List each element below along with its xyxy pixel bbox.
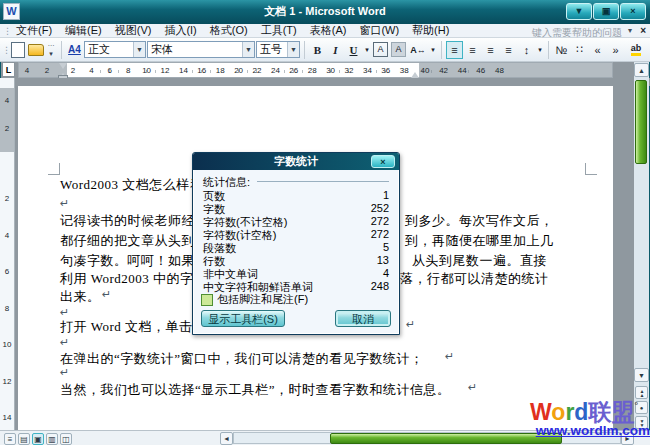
- menu-help[interactable]: 帮助(H): [412, 23, 449, 38]
- scroll-down-icon[interactable]: ▼: [634, 368, 649, 382]
- new-document-button[interactable]: [9, 41, 26, 59]
- title-bar: W 文档 1 - Microsoft Word ▼ ▣ ×: [0, 0, 650, 24]
- vertical-scroll-thumb[interactable]: [635, 80, 647, 164]
- document-text: Word2003 文档怎么样看: [60, 176, 203, 194]
- menu-format[interactable]: 格式(O): [210, 23, 248, 38]
- chevron-down-icon[interactable]: ▼: [133, 42, 145, 57]
- paragraph-mark: ↵: [445, 350, 455, 363]
- previous-page-icon[interactable]: ▲▲: [635, 386, 648, 399]
- distribute-button[interactable]: ≡: [500, 41, 517, 59]
- separator: [304, 41, 305, 59]
- cancel-button[interactable]: 取消: [335, 310, 391, 327]
- menubar-close-icon[interactable]: ×: [640, 25, 646, 36]
- stat-label: 行数: [203, 254, 225, 267]
- separator: [548, 41, 549, 59]
- section-divider: [257, 181, 389, 182]
- menu-edit[interactable]: 编辑(E): [65, 23, 102, 38]
- font-combo[interactable]: 宋体▼: [147, 41, 255, 58]
- font-size-combo[interactable]: 五号▼: [256, 41, 300, 58]
- workspace-gap: [15, 78, 650, 86]
- toolbar-grip-icon: ⋮: [2, 45, 8, 55]
- watermark-char: d: [574, 399, 588, 425]
- ruler-number: 24: [271, 66, 280, 75]
- stat-row: 非中文单词4: [203, 267, 389, 280]
- normal-view-button[interactable]: ≡: [4, 433, 16, 445]
- web-layout-view-button[interactable]: ▤: [18, 433, 30, 445]
- line-spacing-dropdown-icon[interactable]: ▾: [536, 41, 544, 59]
- new-document-icon: [11, 42, 25, 58]
- stat-value: 272: [371, 228, 389, 241]
- scaling-dropdown-icon[interactable]: ▾: [429, 41, 437, 59]
- chevron-down-icon[interactable]: ▼: [287, 42, 299, 57]
- toolbar-options-button[interactable]: ⋯▾: [45, 41, 57, 59]
- font-value: 宋体: [148, 42, 242, 57]
- align-left-button[interactable]: ≡: [446, 41, 463, 59]
- scroll-up-icon[interactable]: ▲: [634, 63, 649, 77]
- styles-icon: A4: [68, 44, 81, 55]
- minimize-button[interactable]: ▼: [566, 3, 592, 20]
- ruler-number: 22: [253, 66, 262, 75]
- paragraph-mark: ↵: [60, 366, 70, 379]
- outline-view-button[interactable]: ▥: [46, 433, 58, 445]
- right-indent-marker[interactable]: [411, 68, 419, 78]
- stat-row: 段落数5: [203, 241, 389, 254]
- stat-value: 4: [383, 267, 389, 280]
- align-right-button[interactable]: ≡: [482, 41, 499, 59]
- underline-dropdown-icon[interactable]: ▾: [363, 41, 371, 59]
- ruler-number: 46: [476, 66, 485, 75]
- bullets-button[interactable]: ∷: [571, 41, 588, 59]
- chevron-down-icon[interactable]: ▼: [242, 42, 254, 57]
- stat-value: 13: [377, 254, 389, 267]
- include-footnotes-checkbox[interactable]: [201, 294, 213, 306]
- highlight-button[interactable]: ab: [625, 41, 647, 59]
- menu-tools[interactable]: 工具(T): [261, 23, 297, 38]
- decrease-indent-button[interactable]: «: [589, 41, 606, 59]
- open-button[interactable]: [27, 41, 44, 59]
- include-footnotes-row[interactable]: 包括脚注和尾注(F): [201, 292, 308, 307]
- scroll-left-icon[interactable]: ◄: [220, 432, 233, 445]
- vertical-scrollbar[interactable]: ▲ ▼ ▲▲ ● ▼▼: [634, 62, 649, 430]
- watermark-char: o: [551, 399, 565, 425]
- stat-value: 1: [383, 189, 389, 202]
- menu-insert[interactable]: 插入(I): [164, 23, 196, 38]
- numbering-button[interactable]: №: [553, 41, 570, 59]
- ruler-number: 42: [439, 66, 448, 75]
- separator: [61, 41, 62, 59]
- ruler-number: 38: [400, 66, 409, 75]
- ruler-number: 40: [421, 66, 430, 75]
- watermark-char: r: [565, 399, 574, 425]
- styles-formatting-button[interactable]: A4: [66, 41, 83, 59]
- ruler-number: 10: [0, 340, 14, 349]
- menu-window[interactable]: 窗口(W): [359, 23, 399, 38]
- dialog-title[interactable]: 字数统计: [193, 153, 399, 170]
- character-shading-button[interactable]: A: [390, 41, 407, 59]
- menu-view[interactable]: 视图(V): [115, 23, 152, 38]
- underline-button[interactable]: U: [345, 41, 362, 59]
- reading-view-button[interactable]: ◫: [60, 433, 72, 445]
- line-spacing-button[interactable]: ↕: [518, 41, 535, 59]
- restore-button[interactable]: ▣: [593, 3, 619, 20]
- help-dropdown-icon[interactable]: ▾: [628, 26, 632, 35]
- menu-file[interactable]: 文件(F): [16, 23, 52, 38]
- bold-button[interactable]: B: [309, 41, 326, 59]
- italic-button[interactable]: I: [327, 41, 344, 59]
- document-text: 落，行都可以清楚的统计: [400, 270, 549, 288]
- ruler-number: 34: [363, 66, 372, 75]
- character-scaling-button[interactable]: A↔: [408, 41, 428, 59]
- watermark-char: 联盟: [588, 399, 634, 425]
- show-toolbar-button[interactable]: 显示工具栏(S): [201, 310, 285, 327]
- character-border-button[interactable]: A: [372, 41, 389, 59]
- increase-indent-button[interactable]: »: [607, 41, 624, 59]
- style-combo[interactable]: 正文▼: [84, 41, 146, 58]
- horizontal-ruler: 4224681012141618202224262830323436384042…: [18, 62, 613, 78]
- menu-table[interactable]: 表格(A): [310, 23, 347, 38]
- ruler-number: 4: [25, 66, 29, 75]
- close-button[interactable]: ×: [620, 3, 646, 20]
- chevron-down-icon: ▾: [49, 50, 53, 58]
- ruler-number: 44: [458, 66, 467, 75]
- dialog-close-button[interactable]: ×: [371, 155, 395, 168]
- print-layout-view-button[interactable]: ▣: [32, 433, 44, 445]
- tab-stop-selector[interactable]: L: [2, 62, 15, 77]
- separator: [441, 41, 442, 59]
- align-center-button[interactable]: ≡: [464, 41, 481, 59]
